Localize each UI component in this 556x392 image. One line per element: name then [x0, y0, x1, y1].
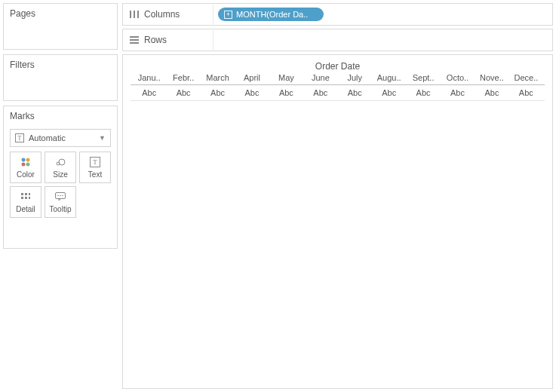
marks-size-card[interactable]: Size: [45, 152, 76, 183]
marks-type-dropdown[interactable]: T Automatic ▼: [10, 129, 111, 147]
marks-tooltip-card[interactable]: Tooltip: [45, 186, 76, 218]
svg-point-17: [57, 195, 59, 197]
svg-rect-21: [134, 11, 135, 18]
cell-placeholder: Abc: [269, 88, 303, 97]
columns-shelf[interactable]: Columns + MONTH(Order Da..: [122, 3, 553, 26]
svg-point-18: [60, 195, 61, 197]
color-icon: [20, 156, 31, 168]
month-header: Octo..: [441, 73, 475, 82]
marks-title: Marks: [4, 106, 117, 126]
filters-title: Filters: [4, 55, 117, 75]
pages-title: Pages: [4, 4, 117, 23]
rows-shelf[interactable]: Rows: [122, 29, 553, 51]
marks-size-label: Size: [53, 170, 67, 179]
cell-placeholder: Abc: [441, 88, 475, 97]
cell-placeholder: Abc: [132, 88, 166, 97]
svg-rect-12: [29, 193, 30, 195]
svg-rect-13: [21, 197, 23, 199]
text-card-icon: T: [90, 156, 100, 168]
tooltip-icon: [54, 191, 66, 203]
svg-rect-15: [29, 197, 30, 199]
size-icon: [54, 156, 66, 168]
marks-color-label: Color: [17, 170, 35, 179]
month-header-row: Janu.. Febr.. March April May June July …: [131, 73, 545, 85]
svg-rect-25: [130, 42, 139, 44]
svg-rect-10: [21, 193, 23, 195]
svg-rect-24: [130, 39, 139, 41]
cell-placeholder: Abc: [509, 88, 543, 97]
marks-tooltip-label: Tooltip: [50, 205, 72, 213]
svg-rect-23: [130, 36, 139, 38]
svg-point-19: [62, 195, 63, 197]
columns-label: Columns: [144, 9, 180, 20]
month-header: Augu..: [372, 73, 406, 82]
month-header: Febr..: [166, 73, 200, 82]
marks-color-card[interactable]: Color: [10, 152, 41, 183]
svg-point-2: [22, 158, 26, 162]
filters-panel[interactable]: Filters: [3, 54, 118, 101]
marks-text-card[interactable]: T Text: [79, 152, 111, 183]
cell-placeholder: Abc: [338, 88, 372, 97]
pill-month-orderdate[interactable]: + MONTH(Order Da..: [218, 8, 324, 21]
svg-point-5: [26, 163, 30, 167]
svg-text:T: T: [18, 135, 22, 142]
rows-icon: [129, 35, 140, 44]
pill-label: MONTH(Order Da..: [236, 10, 308, 19]
marks-detail-card[interactable]: Detail: [10, 186, 41, 218]
viz-title: Order Date: [131, 61, 545, 72]
viz-panel[interactable]: Order Date Janu.. Febr.. March April May…: [122, 54, 553, 389]
month-header: May: [269, 73, 303, 82]
month-header: July: [338, 73, 372, 82]
month-header: Sept..: [406, 73, 440, 82]
cell-placeholder: Abc: [201, 88, 235, 97]
cell-placeholder: Abc: [166, 88, 200, 97]
cell-placeholder: Abc: [406, 88, 440, 97]
cell-placeholder: Abc: [303, 88, 337, 97]
cell-placeholder: Abc: [475, 88, 508, 97]
svg-rect-22: [137, 11, 139, 18]
expand-icon: +: [224, 11, 232, 19]
pages-panel[interactable]: Pages: [3, 3, 118, 50]
placeholder-row: Abc Abc Abc Abc Abc Abc Abc Abc Abc Abc …: [131, 85, 545, 101]
month-header: Nove..: [475, 73, 508, 82]
rows-label: Rows: [144, 35, 167, 45]
marks-text-label: Text: [88, 170, 102, 179]
month-header: April: [235, 73, 269, 82]
text-icon: T: [15, 133, 24, 142]
chevron-down-icon: ▼: [99, 134, 106, 142]
svg-rect-20: [130, 11, 131, 18]
svg-rect-11: [25, 193, 27, 195]
marks-type-label: Automatic: [29, 133, 66, 142]
cell-placeholder: Abc: [372, 88, 406, 97]
month-header: Janu..: [132, 73, 166, 82]
marks-detail-label: Detail: [16, 205, 35, 213]
svg-rect-14: [25, 197, 27, 199]
cell-placeholder: Abc: [235, 88, 269, 97]
detail-icon: [20, 191, 31, 203]
columns-icon: [129, 10, 140, 19]
svg-text:T: T: [93, 158, 97, 166]
month-header: June: [303, 73, 337, 82]
svg-point-3: [26, 158, 30, 162]
svg-point-4: [22, 163, 26, 167]
month-header: Dece..: [509, 73, 543, 82]
month-header: March: [201, 73, 235, 82]
marks-panel: Marks T Automatic ▼ Color Size: [3, 106, 118, 249]
svg-point-7: [59, 159, 65, 165]
